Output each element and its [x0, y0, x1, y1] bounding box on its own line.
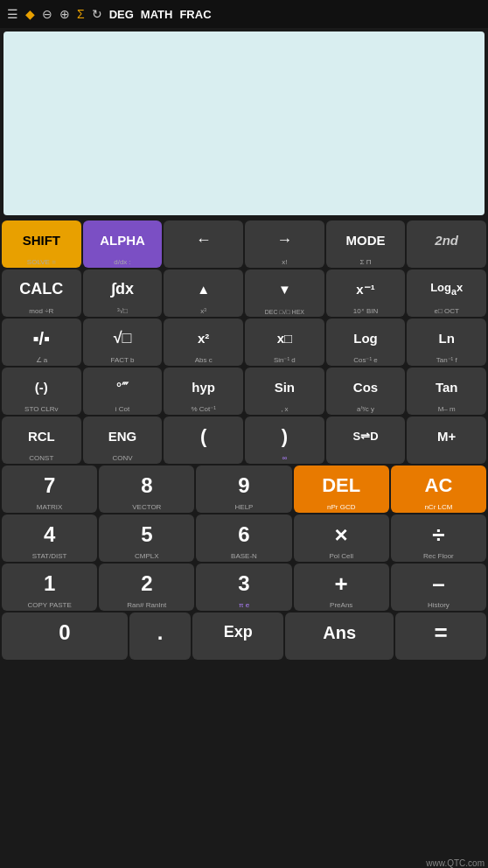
dot-button[interactable]: .: [129, 612, 192, 660]
sigma-icon[interactable]: Σ: [77, 7, 85, 21]
sin-sub: , x: [247, 406, 323, 413]
ac-sub: nCr LCM: [393, 504, 485, 511]
2-sub: Ran# RanInt: [101, 602, 192, 609]
eng-button[interactable]: ENG CONV: [83, 416, 163, 464]
hyp-button[interactable]: hyp % Cot⁻¹: [164, 368, 243, 415]
eng-label: ENG: [108, 430, 137, 444]
2nd-label: 2nd: [435, 234, 458, 248]
alpha-button[interactable]: ALPHA d/dx :: [83, 220, 163, 268]
x2-sub: Abs c: [165, 357, 241, 364]
ac-label: AC: [425, 475, 453, 496]
minus-sub: History: [393, 602, 485, 609]
rcl-label: RCL: [28, 430, 55, 444]
up-button[interactable]: ▲ x³: [164, 270, 243, 317]
mplus-label: M+: [437, 430, 456, 444]
8-button[interactable]: 8 VECTOR: [99, 466, 194, 513]
row-trig: (-) STO CLRv °‴ i Cot hyp % Cot⁻¹ Sin , …: [2, 368, 486, 415]
rcl-sub: CONST: [3, 455, 80, 462]
minus-circle-icon[interactable]: ⊖: [42, 7, 52, 21]
row-sqrt: ▪/▪ ∠ a √□ FACT b x² Abs c x□ Sin⁻¹ d Lo…: [2, 318, 486, 366]
ans-label: Ans: [323, 623, 356, 642]
tan-sub: M– m: [408, 406, 485, 413]
exp-label: Exp: [224, 624, 253, 641]
frac-button[interactable]: ▪/▪ ∠ a: [2, 318, 81, 366]
4-label: 4: [44, 523, 55, 546]
divide-button[interactable]: ÷ Rec Floor: [391, 514, 486, 562]
calc-label: CALC: [19, 281, 63, 298]
row-rcl: RCL CONST ENG CONV ( ) ∞ S⇌D M+: [2, 416, 486, 464]
sqrt-button[interactable]: √□ FACT b: [83, 318, 163, 366]
deg-label: DEG: [109, 8, 134, 21]
4-button[interactable]: 4 STAT/DIST: [2, 514, 97, 562]
1-button[interactable]: 1 COPY PASTE: [2, 564, 97, 611]
sd-button[interactable]: S⇌D: [326, 416, 406, 464]
7-label: 7: [44, 474, 55, 497]
neg-label: (-): [35, 381, 48, 396]
cos-sub: aᵇ/c y: [328, 406, 404, 413]
menu-icon[interactable]: ☰: [7, 7, 18, 21]
right-arrow-button[interactable]: → x!: [245, 220, 324, 268]
sin-button[interactable]: Sin , x: [245, 368, 324, 415]
divide-label: ÷: [432, 522, 444, 548]
log-button[interactable]: Log Cos⁻¹ e: [326, 318, 406, 366]
rparen-label: ): [282, 426, 288, 447]
plus-button[interactable]: + PreAns: [294, 564, 389, 611]
alpha-sub: d/dx :: [85, 259, 161, 266]
ac-button[interactable]: AC nCr LCM: [391, 466, 486, 513]
ln-button[interactable]: Ln Tan⁻¹ f: [407, 318, 486, 366]
rparen-sub: ∞: [247, 455, 323, 462]
frac-sub: ∠ a: [3, 357, 80, 364]
mode-button[interactable]: MODE Σ Π: [326, 220, 406, 268]
3-button[interactable]: 3 π e: [196, 564, 291, 611]
lparen-label: (: [200, 426, 206, 447]
7-button[interactable]: 7 MATRIX: [2, 466, 97, 513]
2-button[interactable]: 2 Ran# RanInt: [99, 564, 194, 611]
6-label: 6: [238, 523, 249, 546]
3-label: 3: [238, 572, 249, 595]
dms-button[interactable]: °‴ i Cot: [83, 368, 163, 415]
mplus-button[interactable]: M+: [407, 416, 486, 464]
integral-button[interactable]: ∫dx ³√□: [83, 270, 163, 317]
right-sub: x!: [247, 259, 323, 266]
minus-label: –: [432, 571, 444, 597]
5-button[interactable]: 5 CMPLX: [99, 514, 194, 562]
6-button[interactable]: 6 BASE-N: [196, 514, 291, 562]
divide-sub: Rec Floor: [393, 553, 485, 560]
row-123: 1 COPY PASTE 2 Ran# RanInt 3 π e + PreAn…: [2, 564, 486, 611]
neg-button[interactable]: (-) STO CLRv: [2, 368, 81, 415]
rparen-button[interactable]: ) ∞: [245, 416, 324, 464]
cos-button[interactable]: Cos aᵇ/c y: [326, 368, 406, 415]
shift-button[interactable]: SHIFT SOLVE =: [2, 220, 81, 268]
down-button[interactable]: ▼ DEC □√□ HEX: [245, 270, 324, 317]
1-sub: COPY PASTE: [3, 602, 95, 609]
x2-button[interactable]: x² Abs c: [164, 318, 243, 366]
equals-button[interactable]: =: [395, 612, 486, 660]
xinv-button[interactable]: x⁻¹ 10ˣ BIN: [326, 270, 406, 317]
frac-label: FRAC: [179, 8, 211, 21]
del-label: DEL: [322, 475, 360, 496]
logax-button[interactable]: Logax e□ OCT: [407, 270, 486, 317]
minus-button[interactable]: – History: [391, 564, 486, 611]
left-arrow-button[interactable]: ←: [164, 220, 243, 268]
hyp-sub: % Cot⁻¹: [165, 406, 241, 413]
sqrt-sub: FACT b: [85, 357, 161, 364]
del-button[interactable]: DEL nPr GCD: [294, 466, 389, 513]
5-sub: CMPLX: [101, 553, 192, 560]
plus-circle-icon[interactable]: ⊕: [59, 7, 70, 21]
integral-label: ∫dx: [111, 281, 134, 298]
ans-button[interactable]: Ans: [285, 612, 394, 660]
log-label: Log: [353, 332, 378, 346]
rcl-button[interactable]: RCL CONST: [2, 416, 81, 464]
lparen-button[interactable]: (: [164, 416, 243, 464]
exp-button[interactable]: Exp: [192, 612, 283, 660]
0-label: 0: [59, 621, 70, 644]
2nd-button[interactable]: 2nd: [407, 220, 486, 268]
9-button[interactable]: 9 HELP: [196, 466, 291, 513]
xpow-button[interactable]: x□ Sin⁻¹ d: [245, 318, 324, 366]
0-button[interactable]: 0: [2, 612, 128, 660]
calc-button[interactable]: CALC mod ÷R: [2, 270, 81, 317]
refresh-icon[interactable]: ↻: [92, 7, 102, 21]
tan-button[interactable]: Tan M– m: [407, 368, 486, 415]
row-789: 7 MATRIX 8 VECTOR 9 HELP DEL nPr GCD AC …: [2, 466, 486, 513]
multiply-button[interactable]: × Pol Cell: [294, 514, 389, 562]
